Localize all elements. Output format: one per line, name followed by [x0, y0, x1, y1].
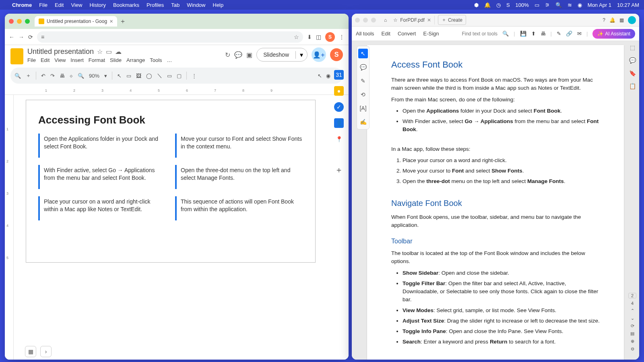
- canvas[interactable]: Accessing Font Book Open the Application…: [14, 95, 349, 360]
- slide-text-block[interactable]: Place your cursor on a word and right-cl…: [38, 196, 166, 220]
- spotlight-icon[interactable]: 🔍: [555, 2, 562, 8]
- control-center-icon[interactable]: ≋: [568, 2, 572, 8]
- sign-icon[interactable]: ✎: [557, 31, 561, 37]
- undo-button[interactable]: ↶: [41, 73, 45, 79]
- upload-icon[interactable]: ⬆: [531, 31, 536, 37]
- star-icon[interactable]: ☆: [97, 48, 103, 56]
- menu-file[interactable]: File: [27, 57, 36, 63]
- zoom-level[interactable]: 90%: [89, 73, 99, 79]
- notification-icon[interactable]: 🔔: [484, 2, 491, 8]
- document-tab[interactable]: ☆ ForPDF.pdf ✕: [390, 16, 435, 25]
- slide-text-block[interactable]: Open the Applications folder in your Doc…: [38, 134, 166, 158]
- save-icon[interactable]: 💾: [520, 31, 526, 37]
- date-label[interactable]: Mon Apr 1: [588, 2, 611, 8]
- menu-format[interactable]: Format: [89, 57, 105, 63]
- slide-text-block[interactable]: This sequence of actions will open Font …: [175, 196, 303, 220]
- wifi-icon[interactable]: ⚞: [545, 2, 550, 8]
- comment-tool[interactable]: 💬: [358, 62, 368, 72]
- account-avatar[interactable]: S: [330, 48, 343, 61]
- zoom-icon[interactable]: 🔍: [78, 73, 84, 79]
- highlight-tool[interactable]: ✎: [358, 76, 368, 86]
- keep-icon[interactable]: ●: [334, 86, 344, 96]
- redo-button[interactable]: ↷: [50, 73, 55, 79]
- new-tab-button[interactable]: ＋: [120, 17, 126, 26]
- create-button[interactable]: ＋Create: [438, 15, 466, 25]
- text-tool[interactable]: [A]: [358, 103, 368, 113]
- siri-icon[interactable]: ◉: [578, 2, 582, 8]
- select-tool[interactable]: ↖: [117, 73, 122, 79]
- menu-view[interactable]: View: [54, 57, 66, 63]
- comments-icon[interactable]: 💬: [234, 51, 242, 59]
- slides-logo-icon[interactable]: [10, 48, 23, 64]
- menu-bookmarks[interactable]: Bookmarks: [113, 2, 139, 8]
- window-zoom-button[interactable]: [371, 18, 376, 23]
- sidepanel-icon[interactable]: ◫: [316, 34, 321, 40]
- account-avatar[interactable]: [628, 16, 636, 24]
- slide-text-block[interactable]: With Finder active, select Go → Applicat…: [38, 165, 166, 189]
- window-minimize-button[interactable]: [17, 19, 22, 24]
- document-title[interactable]: Untitled presentation: [27, 47, 94, 56]
- tab-all-tools[interactable]: All tools: [356, 31, 374, 37]
- menu-history[interactable]: History: [89, 2, 105, 8]
- select-tool[interactable]: ↖: [358, 49, 368, 58]
- slide-title[interactable]: Accessing Font Book: [38, 114, 303, 126]
- battery-icon[interactable]: ▭: [535, 2, 539, 8]
- zoom-dropdown-icon[interactable]: ▾: [104, 73, 107, 79]
- time-label[interactable]: 10:27 AM: [617, 2, 639, 8]
- reload-button[interactable]: ⟳: [28, 34, 33, 40]
- more-options-icon[interactable]: ⋮: [192, 73, 197, 79]
- transition-button[interactable]: ▢: [177, 73, 182, 79]
- clock-icon[interactable]: ◷: [496, 2, 501, 8]
- slideshow-dropdown-icon[interactable]: ▾: [295, 51, 307, 59]
- notifications-icon[interactable]: 🔔: [609, 17, 615, 23]
- apps-grid-icon[interactable]: ▦: [619, 17, 624, 23]
- ai-assistant-button[interactable]: ✨AI Assistant: [592, 29, 635, 39]
- home-icon[interactable]: ⌂: [384, 17, 387, 23]
- calendar-icon[interactable]: 31: [334, 70, 344, 80]
- next-slide-button[interactable]: ›: [40, 346, 52, 357]
- back-button[interactable]: ←: [9, 34, 14, 40]
- menu-help[interactable]: Help: [213, 2, 224, 8]
- new-slide-button[interactable]: ＋: [26, 72, 31, 79]
- star-icon[interactable]: ☆: [393, 17, 398, 23]
- zoom-out-icon[interactable]: ⊖: [631, 346, 634, 352]
- window-close-button[interactable]: [9, 19, 14, 24]
- tab-edit[interactable]: Edit: [382, 31, 390, 37]
- image-tool[interactable]: 🖼: [136, 73, 141, 79]
- panel-icon[interactable]: ⬚: [628, 43, 636, 51]
- maps-icon[interactable]: 📍: [334, 134, 344, 144]
- window-minimize-button[interactable]: [363, 18, 368, 23]
- draw-tool[interactable]: ⟲: [358, 90, 368, 99]
- page-current[interactable]: 2: [628, 293, 636, 298]
- menu-edit[interactable]: Edit: [41, 57, 50, 63]
- version-history-icon[interactable]: ↻: [225, 51, 230, 59]
- cloud-status-icon[interactable]: ☁: [115, 48, 122, 56]
- print-icon[interactable]: 🖶: [541, 31, 546, 37]
- signature-tool[interactable]: ✍: [358, 117, 368, 127]
- textbox-tool[interactable]: ▭: [126, 73, 131, 79]
- slide[interactable]: Accessing Font Book Open the Application…: [26, 100, 316, 263]
- meet-icon[interactable]: ▣: [246, 51, 252, 59]
- comments-panel-icon[interactable]: 💬: [628, 56, 636, 64]
- move-folder-icon[interactable]: ▭: [106, 48, 112, 56]
- paint-format-button[interactable]: ⟐: [70, 73, 73, 79]
- email-icon[interactable]: ✉: [577, 31, 582, 37]
- zoom-in-icon[interactable]: ⊕: [631, 339, 634, 344]
- menu-slide[interactable]: Slide: [110, 57, 122, 63]
- window-close-button[interactable]: [355, 18, 360, 23]
- tab-close-icon[interactable]: ✕: [109, 19, 113, 24]
- search-menus-icon[interactable]: 🔍: [14, 73, 21, 79]
- status-s-icon[interactable]: S: [506, 2, 510, 8]
- chrome-profile-avatar[interactable]: S: [325, 32, 335, 42]
- link-icon[interactable]: 🔗: [566, 31, 572, 37]
- menu-insert[interactable]: Insert: [70, 57, 84, 63]
- search-icon[interactable]: 🔍: [502, 31, 509, 37]
- line-tool[interactable]: ＼: [157, 72, 162, 79]
- app-name[interactable]: Chrome: [12, 2, 32, 8]
- address-bar[interactable]: ≡ ☆: [37, 31, 303, 43]
- downloads-icon[interactable]: ⬇: [307, 34, 312, 40]
- tasks-icon[interactable]: ✓: [334, 102, 344, 112]
- slide-text-block[interactable]: Open the three-dot menu on the top left …: [175, 165, 303, 189]
- menu-file[interactable]: File: [39, 2, 47, 8]
- slideshow-button[interactable]: Slideshow ▾: [256, 48, 308, 62]
